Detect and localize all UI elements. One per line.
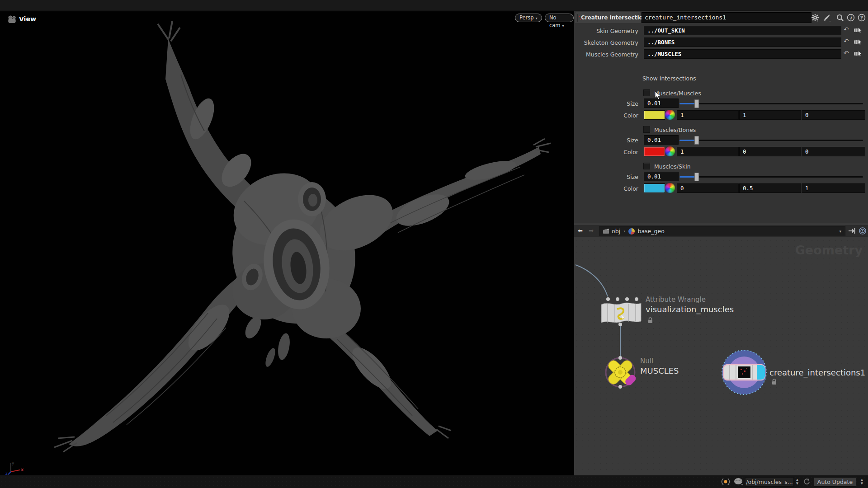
size-input[interactable]: 0.01 <box>644 172 679 181</box>
color-swatch[interactable] <box>644 183 665 193</box>
breadcrumb-current[interactable]: base_geo <box>637 228 664 235</box>
color-r-input[interactable]: 1 <box>677 110 739 120</box>
mouse-cursor <box>655 91 662 101</box>
size-slider-handle[interactable] <box>694 173 699 181</box>
obj-context-icon <box>603 228 609 234</box>
caret-down-icon[interactable]: ▾ <box>839 229 841 234</box>
network-canvas[interactable]: Geometry <box>574 238 868 475</box>
color-r-input[interactable]: 1 <box>677 147 739 156</box>
cook-indicator-icon[interactable] <box>721 478 731 486</box>
pin-icon[interactable] <box>848 228 855 234</box>
wrangle-name-label[interactable]: visualization_muscles <box>646 305 734 314</box>
size-slider[interactable] <box>679 176 863 178</box>
operator-chooser-icon[interactable] <box>854 38 863 46</box>
color-wheel-icon[interactable] <box>665 110 675 120</box>
lock-icon <box>647 317 653 324</box>
lock-icon <box>771 379 777 385</box>
color-label: Color <box>575 149 638 155</box>
forward-arrow-icon[interactable]: ➡ <box>589 227 594 234</box>
color-swatch[interactable] <box>644 110 665 120</box>
svg-text:y: y <box>12 461 14 465</box>
node-graph <box>574 238 868 475</box>
cache-brain-icon[interactable] <box>733 478 744 486</box>
auto-update-select[interactable]: Auto Update <box>814 477 856 487</box>
node-null[interactable] <box>606 356 637 389</box>
top-strip <box>0 0 868 11</box>
operator-chooser-icon[interactable] <box>854 50 863 58</box>
color-b-input[interactable]: 0 <box>802 147 865 156</box>
view-label: View <box>19 15 36 23</box>
breadcrumb-root[interactable]: obj <box>612 228 620 235</box>
size-slider-handle[interactable] <box>694 99 699 108</box>
svg-text:x: x <box>21 467 24 472</box>
color-g-input[interactable]: 0.5 <box>739 183 801 193</box>
operator-path-field[interactable]: /obj/muscles_s... <box>745 477 794 487</box>
wire-incoming[interactable] <box>576 265 608 296</box>
muscles-muscles-checkbox[interactable] <box>643 89 650 96</box>
creature-render <box>0 11 574 475</box>
muscles-geometry-input[interactable]: ../MUSCLES <box>644 49 841 59</box>
jump-to-operator-icon[interactable]: ↶ <box>844 26 849 33</box>
color-g-input[interactable]: 0 <box>739 147 801 156</box>
size-label: Size <box>575 100 638 107</box>
refresh-icon[interactable] <box>803 478 811 485</box>
size-slider[interactable] <box>679 103 863 104</box>
back-arrow-icon[interactable]: ⬅ <box>578 227 583 234</box>
radar-icon[interactable] <box>859 227 866 235</box>
muscles-skin-label: Muscles/Skin <box>654 163 691 170</box>
node-attribute-wrangle[interactable] <box>601 297 641 326</box>
color-g-input[interactable]: 1 <box>739 110 801 120</box>
size-input[interactable]: 0.01 <box>644 135 679 145</box>
gear-icon[interactable] <box>811 14 819 22</box>
size-slider-fill <box>679 176 696 178</box>
operator-chooser-icon[interactable] <box>854 26 863 34</box>
show-intersections-label: Show Intersections <box>642 75 696 82</box>
color-b-input[interactable]: 0 <box>802 110 865 120</box>
muscles-skin-checkbox[interactable] <box>643 163 650 169</box>
null-type-label: Null <box>640 357 653 365</box>
muscles-geometry-label: Muscles Geometry <box>575 51 638 58</box>
skeleton-geometry-input[interactable]: ../BONES <box>644 38 841 47</box>
jump-to-operator-icon[interactable]: ↶ <box>844 38 849 45</box>
no-cam-button[interactable]: No cam▾ <box>545 14 574 22</box>
axis-gizmo-icon: y x z <box>5 461 27 475</box>
jump-to-operator-icon[interactable]: ↶ <box>844 49 849 56</box>
tab-creature-intersections[interactable]: Creature Intersections <box>575 12 641 23</box>
size-slider-handle[interactable] <box>694 136 699 145</box>
caret-down-icon: ▾ <box>536 16 538 20</box>
persp-camera-button[interactable]: Persp▾ <box>515 14 542 22</box>
node-name-input[interactable]: creature_intersections1 <box>642 12 811 23</box>
update-mode-spinner[interactable]: ▲▼ <box>859 478 865 485</box>
svg-text:z: z <box>5 471 8 475</box>
status-bar: /obj/muscles_s... ▲▼ Auto Update ▲▼ <box>0 475 868 488</box>
skeleton-geometry-label: Skeleton Geometry <box>575 39 638 46</box>
skin-geometry-input[interactable]: ../OUT_SKIN <box>644 26 841 35</box>
help-icon[interactable]: ? <box>858 14 866 22</box>
color-wheel-icon[interactable] <box>665 146 675 156</box>
muscles-bones-checkbox[interactable] <box>643 126 650 133</box>
svg-text:?: ? <box>860 15 863 21</box>
breadcrumb[interactable]: obj › base_geo ▾ <box>599 226 845 236</box>
network-editor-pane: ⬅ ➡ obj › base_geo ▾ Geometry <box>574 223 868 475</box>
size-slider[interactable] <box>679 140 863 141</box>
search-icon[interactable] <box>836 14 844 22</box>
color-label: Color <box>575 112 638 119</box>
info-icon[interactable]: i <box>847 14 855 22</box>
color-swatch[interactable] <box>644 147 665 156</box>
node-type-icon <box>577 14 578 22</box>
path-spinner[interactable]: ▲▼ <box>794 478 800 485</box>
node-creature-intersections1[interactable] <box>722 350 766 394</box>
size-slider-fill <box>679 103 696 104</box>
size-slider-fill <box>679 140 696 141</box>
creature-node-label[interactable]: creature_intersections1 <box>769 368 865 377</box>
null-name-label[interactable]: MUSCLES <box>640 366 679 375</box>
brush-icon[interactable] <box>823 14 831 22</box>
scene-viewport[interactable]: View Persp▾ No cam▾ y x z <box>0 11 574 475</box>
geo-node-icon <box>628 228 635 235</box>
houdini-window: View Persp▾ No cam▾ y x z Creature Inter… <box>0 0 868 488</box>
color-wheel-icon[interactable] <box>665 183 675 193</box>
color-r-input[interactable]: 0 <box>677 183 739 193</box>
size-label: Size <box>575 174 638 180</box>
view-camera-icon <box>7 15 17 24</box>
color-b-input[interactable]: 1 <box>802 183 865 193</box>
